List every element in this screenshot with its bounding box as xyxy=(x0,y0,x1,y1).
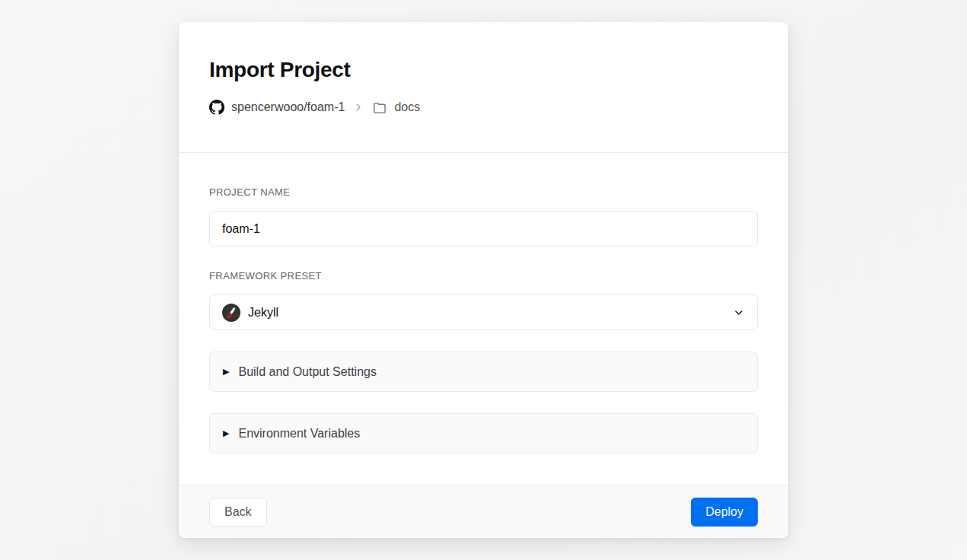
import-project-modal: Import Project spencerwooo/foam-1 xyxy=(179,22,788,538)
project-name-label: PROJECT NAME xyxy=(209,186,758,198)
breadcrumb-repo[interactable]: spencerwooo/foam-1 xyxy=(209,100,345,115)
modal-body: PROJECT NAME FRAMEWORK PRESET Jekyll xyxy=(179,153,788,485)
breadcrumb-directory[interactable]: docs xyxy=(372,100,420,115)
deploy-button[interactable]: Deploy xyxy=(691,498,758,527)
expand-triangle-icon: ▶ xyxy=(223,368,229,376)
breadcrumb-directory-label: docs xyxy=(394,100,420,114)
modal-header: Import Project spencerwooo/foam-1 xyxy=(179,22,788,153)
environment-variables-label: Environment Variables xyxy=(238,427,360,441)
chevron-down-icon xyxy=(733,307,745,319)
breadcrumb: spencerwooo/foam-1 docs xyxy=(209,100,758,115)
back-button[interactable]: Back xyxy=(209,498,267,527)
jekyll-icon xyxy=(222,304,240,322)
framework-preset-label: FRAMEWORK PRESET xyxy=(209,270,758,282)
modal-footer: Back Deploy xyxy=(179,485,788,538)
project-name-input[interactable] xyxy=(209,211,758,247)
framework-preset-select[interactable]: Jekyll xyxy=(209,294,758,330)
breadcrumb-repo-label: spencerwooo/foam-1 xyxy=(231,100,345,114)
github-icon xyxy=(209,100,224,115)
build-output-settings-toggle[interactable]: ▶ Build and Output Settings xyxy=(209,352,758,392)
framework-preset-value: Jekyll xyxy=(248,306,278,320)
environment-variables-toggle[interactable]: ▶ Environment Variables xyxy=(209,413,758,453)
page-title: Import Project xyxy=(209,57,758,83)
folder-icon xyxy=(372,100,387,115)
expand-triangle-icon: ▶ xyxy=(223,429,229,438)
breadcrumb-separator-icon xyxy=(352,101,364,113)
build-output-settings-label: Build and Output Settings xyxy=(238,365,376,379)
